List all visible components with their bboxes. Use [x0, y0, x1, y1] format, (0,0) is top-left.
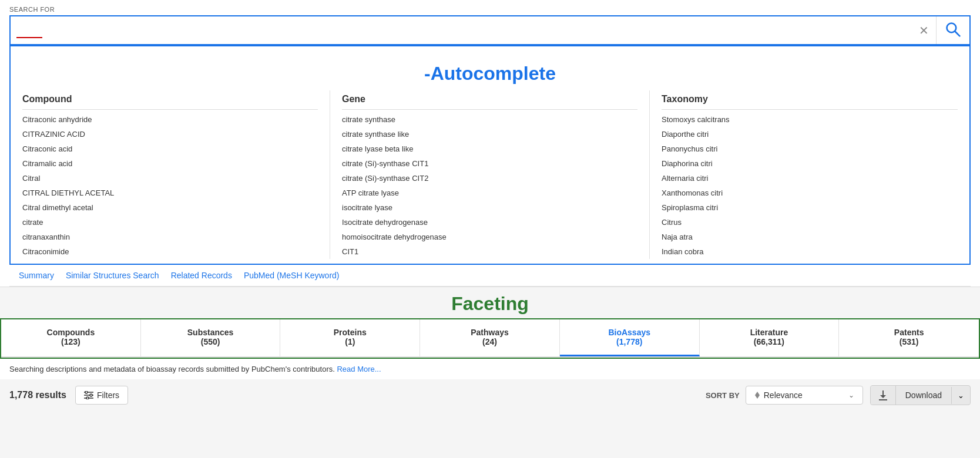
- col-header-gene: Gene: [342, 90, 637, 110]
- faceting-label: Faceting: [0, 287, 980, 318]
- list-item[interactable]: CITRAL DIETHYL ACETAL: [22, 186, 318, 200]
- tab-pathways-count: (24): [426, 337, 553, 346]
- tab-patents-count: (531): [845, 337, 973, 346]
- tab-compounds[interactable]: Compounds (123): [1, 319, 141, 356]
- info-text: Searching descriptions and metadata of b…: [0, 359, 980, 379]
- list-item[interactable]: citrate (Si)-synthase CIT1: [342, 156, 637, 171]
- tab-compounds-count: (123): [7, 337, 135, 346]
- sort-chevron-icon: ⌄: [848, 391, 854, 399]
- list-item[interactable]: CIT1: [342, 244, 637, 259]
- autocomplete-label: -Autocomplete: [11, 51, 969, 90]
- tab-bioassays[interactable]: BioAssays (1,778): [560, 319, 700, 356]
- svg-marker-9: [755, 395, 760, 399]
- sort-select[interactable]: Relevance ⌄: [746, 386, 863, 405]
- download-section: Download ⌄: [870, 385, 971, 405]
- list-item[interactable]: isocitrate lyase: [342, 200, 637, 215]
- tab-substances[interactable]: Substances (550): [141, 319, 281, 356]
- list-item[interactable]: Isocitrate dehydrogenase: [342, 215, 637, 230]
- search-label: SEARCH FOR: [9, 6, 971, 13]
- list-item[interactable]: Stomoxys calcitrans: [662, 112, 958, 127]
- svg-marker-8: [755, 392, 760, 395]
- tab-summary[interactable]: Summary: [19, 270, 54, 281]
- download-button[interactable]: Download: [896, 386, 951, 404]
- list-item[interactable]: Naja atra: [662, 230, 958, 244]
- list-item[interactable]: citrate (Si)-synthase CIT2: [342, 171, 637, 186]
- list-item[interactable]: Citrus: [662, 215, 958, 230]
- tab-compounds-name: Compounds: [7, 328, 135, 337]
- tab-pathways-name: Pathways: [426, 328, 553, 337]
- list-item[interactable]: Diaporthe citri: [662, 127, 958, 142]
- list-item[interactable]: Indian cobra: [662, 244, 958, 259]
- sort-section: SORT BY Relevance ⌄: [706, 386, 863, 405]
- tab-substances-name: Substances: [147, 328, 274, 337]
- nav-tabs: Summary Similar Structures Search Relate…: [9, 265, 971, 287]
- list-item[interactable]: Spiroplasma citri: [662, 200, 958, 215]
- svg-point-6: [90, 394, 92, 396]
- svg-marker-11: [880, 395, 886, 398]
- autocomplete-col-taxonomy: Taxonomy Stomoxys calcitrans Diaporthe c…: [650, 90, 969, 259]
- faceting-tabs: Compounds (123) Substances (550) Protein…: [1, 319, 979, 358]
- tab-substances-count: (550): [147, 337, 274, 346]
- tab-pathways[interactable]: Pathways (24): [420, 319, 560, 356]
- download-chevron-icon: ⌄: [958, 391, 964, 400]
- list-item[interactable]: CITRAZINIC ACID: [22, 127, 318, 142]
- list-item[interactable]: Citraconic acid: [22, 142, 318, 156]
- info-text-content: Searching descriptions and metadata of b…: [9, 365, 335, 373]
- list-item[interactable]: Xanthomonas citri: [662, 186, 958, 200]
- tab-bioassays-name: BioAssays: [566, 328, 693, 337]
- filters-button[interactable]: Filters: [75, 386, 128, 405]
- search-underline: [16, 37, 42, 38]
- search-icon: [945, 21, 961, 38]
- autocomplete-col-compound: Compound Citraconic anhydride CITRAZINIC…: [11, 90, 330, 259]
- tab-literature-name: Literature: [706, 328, 833, 337]
- read-more-link[interactable]: Read More...: [337, 365, 381, 373]
- sort-value: Relevance: [764, 390, 803, 400]
- list-item[interactable]: Citral: [22, 171, 318, 186]
- tab-patents-name: Patents: [845, 328, 973, 337]
- search-bar: citra ✕: [9, 15, 971, 45]
- download-caret-button[interactable]: ⌄: [951, 387, 970, 404]
- faceting-section: Compounds (123) Substances (550) Protein…: [0, 318, 980, 359]
- list-item[interactable]: Citraconimide: [22, 244, 318, 259]
- tab-patents[interactable]: Patents (531): [839, 319, 979, 356]
- results-bar: 1,778 results Filters SORT BY: [0, 379, 980, 411]
- col-header-taxonomy: Taxonomy: [662, 90, 958, 110]
- autocomplete-dropdown: -Autocomplete Compound Citraconic anhydr…: [9, 45, 971, 265]
- col-header-compound: Compound: [22, 90, 318, 110]
- svg-point-7: [86, 397, 89, 399]
- list-item[interactable]: homoisocitrate dehydrogenase: [342, 230, 637, 244]
- filters-label: Filters: [97, 390, 119, 400]
- autocomplete-columns: Compound Citraconic anhydride CITRAZINIC…: [11, 90, 969, 259]
- tab-pubmed[interactable]: PubMed (MeSH Keyword): [244, 270, 340, 281]
- list-item[interactable]: citrate lyase beta like: [342, 142, 637, 156]
- download-icon: [878, 390, 888, 400]
- search-button[interactable]: [936, 16, 969, 44]
- list-item[interactable]: Alternaria citri: [662, 171, 958, 186]
- tab-related-records[interactable]: Related Records: [171, 270, 232, 281]
- clear-button[interactable]: ✕: [912, 19, 936, 42]
- results-count: 1,778 results: [9, 390, 68, 400]
- svg-point-5: [85, 391, 88, 393]
- sort-select-arrows: [754, 391, 760, 399]
- tab-literature-count: (66,311): [706, 337, 833, 346]
- list-item[interactable]: Panonychus citri: [662, 142, 958, 156]
- sort-label: SORT BY: [706, 391, 740, 400]
- svg-line-1: [955, 32, 960, 36]
- list-item[interactable]: Citramalic acid: [22, 156, 318, 171]
- filters-icon: [84, 391, 93, 399]
- download-icon-button[interactable]: [871, 386, 896, 405]
- tab-similar-structures[interactable]: Similar Structures Search: [66, 270, 159, 281]
- list-item[interactable]: Citral dimethyl acetal: [22, 200, 318, 215]
- list-item[interactable]: ATP citrate lyase: [342, 186, 637, 200]
- list-item[interactable]: Diaphorina citri: [662, 156, 958, 171]
- list-item[interactable]: citranaxanthin: [22, 230, 318, 244]
- tab-bioassays-count: (1,778): [566, 337, 693, 346]
- list-item[interactable]: citrate: [22, 215, 318, 230]
- tab-proteins[interactable]: Proteins (1): [280, 319, 420, 356]
- tab-proteins-count: (1): [286, 337, 414, 346]
- search-input[interactable]: citra: [11, 18, 912, 43]
- list-item[interactable]: Citraconic anhydride: [22, 112, 318, 127]
- tab-literature[interactable]: Literature (66,311): [700, 319, 840, 356]
- list-item[interactable]: citrate synthase like: [342, 127, 637, 142]
- list-item[interactable]: citrate synthase: [342, 112, 637, 127]
